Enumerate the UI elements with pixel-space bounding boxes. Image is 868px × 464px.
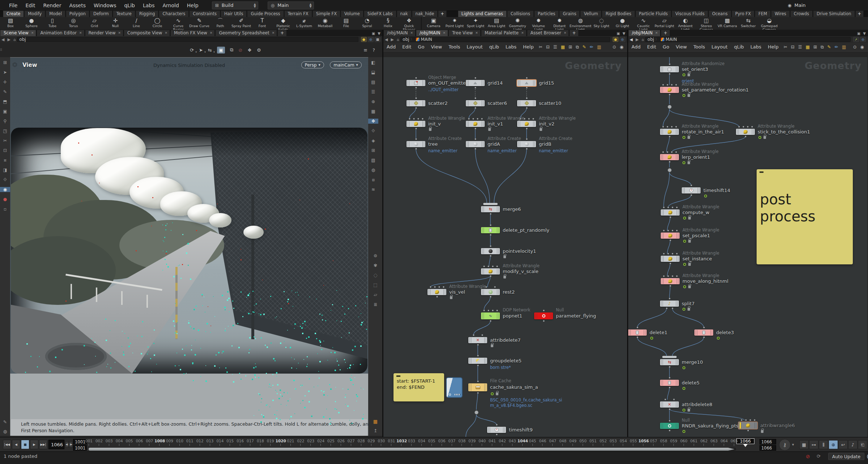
netmenu-qlib[interactable]: qLib bbox=[486, 44, 502, 50]
shelf-tab-guide-process[interactable]: Guide Process bbox=[247, 10, 284, 17]
node-popnet1[interactable]: ∿ bbox=[481, 312, 500, 319]
pane-tab-motion-fx-view[interactable]: Motion FX View✕ bbox=[170, 30, 215, 36]
key-dropdown-icon[interactable]: ▼ bbox=[792, 443, 794, 446]
timeline-icon-3[interactable]: ⊕ bbox=[829, 440, 838, 449]
shelf-tool-helix[interactable]: §Helix bbox=[378, 18, 399, 28]
shelf-tool-font[interactable]: TFont bbox=[252, 18, 273, 28]
viewport-strip-icon-2[interactable]: ✛ bbox=[0, 80, 10, 85]
right-scene-selector[interactable]: ◉ Main bbox=[785, 1, 825, 9]
menu-edit[interactable]: Edit bbox=[21, 0, 39, 11]
viewport-strip-icon-13[interactable]: ◉ bbox=[0, 187, 10, 192]
pane-tab-asset-browser[interactable]: Asset Browser✕ bbox=[527, 30, 569, 36]
node-connector[interactable] bbox=[672, 307, 673, 309]
node-connector[interactable] bbox=[676, 207, 678, 208]
node-connector[interactable] bbox=[675, 84, 677, 86]
pane-tab-composite-view[interactable]: Composite View✕ bbox=[124, 30, 170, 36]
node-connector[interactable] bbox=[745, 136, 746, 137]
shelf-tab-vellum[interactable]: Vellum bbox=[580, 10, 601, 17]
pane-tab-geometry-spreadsheet[interactable]: Geometry Spreadsheet✕ bbox=[215, 30, 277, 36]
shelf-tab-collisions[interactable]: Collisions bbox=[507, 10, 534, 17]
node-connector[interactable] bbox=[485, 286, 487, 288]
node-connector[interactable] bbox=[475, 97, 476, 99]
node-connector[interactable] bbox=[526, 138, 528, 140]
node-connector[interactable] bbox=[675, 151, 677, 153]
net-toolbar-icon[interactable]: ▦ bbox=[804, 44, 812, 50]
pin-button[interactable]: ● bbox=[613, 37, 618, 42]
home-icon[interactable]: ⌂ bbox=[13, 38, 16, 42]
node-connector[interactable] bbox=[490, 320, 492, 322]
netmenu-labs[interactable]: Labs bbox=[502, 44, 520, 50]
node-connector[interactable] bbox=[662, 151, 664, 153]
current-frame-marker[interactable]: 1066 bbox=[736, 438, 754, 444]
netmenu-help[interactable]: Help bbox=[765, 44, 782, 50]
node-connector[interactable] bbox=[492, 265, 494, 267]
shelf-tool-area-light[interactable]: ▤Area Light bbox=[486, 18, 507, 28]
zoom-icon[interactable]: ⊙ bbox=[610, 44, 618, 50]
node-connector[interactable] bbox=[475, 107, 476, 109]
node-connector[interactable] bbox=[483, 265, 485, 267]
net-toolbar-icon[interactable]: ✎ bbox=[826, 44, 833, 50]
node-connector[interactable] bbox=[477, 355, 479, 357]
viewport-strip-icon-11[interactable]: ◨ bbox=[0, 167, 10, 173]
viewport-tool-2[interactable]: ⇆▾ bbox=[208, 47, 212, 53]
shelf-tab-fem[interactable]: FEM bbox=[755, 10, 771, 17]
net-toolbar-icon[interactable]: ⧉ bbox=[819, 44, 826, 50]
node-set_orient3[interactable] bbox=[660, 66, 679, 72]
pane-dropdown-icon[interactable]: ▼ bbox=[622, 31, 625, 35]
node-compute_w[interactable] bbox=[661, 209, 680, 216]
node-scatter2[interactable] bbox=[407, 100, 425, 106]
shelf-tool-circle[interactable]: ◯Circle bbox=[147, 18, 168, 28]
node-connector[interactable] bbox=[477, 344, 479, 346]
node-connector[interactable] bbox=[690, 194, 692, 196]
shelf-tool-path[interactable]: ⌒Path bbox=[210, 18, 231, 28]
shelf-tab-particle-fluids[interactable]: Particle Fluids bbox=[635, 10, 672, 17]
node-connector[interactable] bbox=[422, 118, 424, 120]
shelf-tab-polygon[interactable]: Polygon bbox=[66, 10, 89, 17]
node-connector[interactable] bbox=[669, 366, 671, 368]
shelf-tool-point-light[interactable]: ✷Point Light bbox=[444, 18, 465, 28]
node-connector[interactable] bbox=[415, 77, 417, 79]
net-toolbar-icon[interactable]: ☰ bbox=[796, 44, 804, 50]
timeline-icon-1[interactable]: ⊶ bbox=[809, 440, 818, 449]
shelf-tab-create[interactable]: Create bbox=[3, 10, 24, 17]
node-connector[interactable] bbox=[667, 207, 669, 208]
node-connector[interactable] bbox=[519, 118, 521, 120]
node-connector[interactable] bbox=[475, 138, 476, 140]
shelf-tab-pyro-fx[interactable]: Pyro FX bbox=[732, 10, 754, 17]
viewport-strip-mid-icon-5[interactable]: ≣ bbox=[368, 302, 383, 307]
node-connector[interactable] bbox=[663, 253, 665, 255]
viewport-strip-bottom-icon-1[interactable]: ↥ bbox=[368, 428, 383, 433]
viewport-strip-icon-5[interactable]: ▦ bbox=[368, 109, 378, 114]
shelf-tool-spiral[interactable]: ◔Spiral bbox=[357, 18, 378, 28]
node-modify_v_scale[interactable] bbox=[481, 268, 500, 274]
node-timeshift9[interactable] bbox=[487, 427, 506, 433]
node-connector[interactable] bbox=[703, 336, 705, 338]
node-connector[interactable] bbox=[669, 430, 671, 431]
shelf-tab-sidefx-labs[interactable]: SideFX Labs bbox=[364, 10, 396, 17]
node-connector[interactable] bbox=[481, 334, 483, 336]
network-editor-middle[interactable]: GeometryObject Mergeom_OUT_emitter../OUT… bbox=[383, 57, 627, 437]
node-connector[interactable] bbox=[666, 307, 668, 309]
net-toolbar-icon[interactable]: ⊞ bbox=[567, 44, 574, 50]
shelf-tool-grid[interactable]: ▱Grid bbox=[84, 18, 105, 28]
menu-windows[interactable]: Windows bbox=[90, 0, 120, 11]
follow-button[interactable]: ◎ bbox=[620, 37, 625, 42]
node-delete3[interactable] bbox=[694, 329, 713, 336]
node-connector[interactable] bbox=[490, 275, 492, 277]
node-connector[interactable] bbox=[415, 97, 417, 99]
menu-help[interactable]: Help bbox=[183, 0, 203, 11]
node-connector[interactable] bbox=[671, 151, 673, 153]
node-connector[interactable] bbox=[524, 118, 526, 120]
node-connector[interactable] bbox=[477, 392, 479, 394]
viewport-tool-3[interactable]: ▣ bbox=[217, 47, 225, 54]
node-connector[interactable] bbox=[475, 77, 476, 79]
node-connector[interactable] bbox=[676, 230, 678, 231]
shelf-tab-wires[interactable]: Wires bbox=[771, 10, 790, 17]
node-delete1[interactable] bbox=[628, 329, 647, 336]
net-toolbar-icon[interactable]: ✂ bbox=[782, 44, 789, 50]
node-rotate_in_the_air1[interactable] bbox=[660, 129, 679, 135]
shelf-tool-torus[interactable]: ◎Torus bbox=[63, 18, 84, 28]
shelf-tool-geometry-light[interactable]: ✺Geometry Light bbox=[507, 18, 528, 31]
netmenu-tools[interactable]: Tools bbox=[690, 44, 708, 50]
viewport-strip-icon-9[interactable]: ⊡ bbox=[0, 148, 10, 153]
